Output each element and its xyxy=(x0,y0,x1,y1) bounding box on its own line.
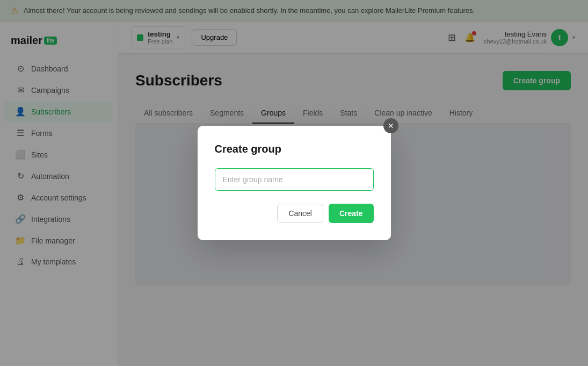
modal-title: Create group xyxy=(215,143,374,155)
modal-overlay[interactable]: ✕ Create group Cancel Create xyxy=(0,0,588,366)
create-group-modal: ✕ Create group Cancel Create xyxy=(198,126,391,240)
modal-create-button[interactable]: Create xyxy=(329,204,374,223)
modal-actions: Cancel Create xyxy=(215,204,374,223)
modal-close-button[interactable]: ✕ xyxy=(383,118,398,133)
cancel-button[interactable]: Cancel xyxy=(277,204,323,223)
group-name-input[interactable] xyxy=(215,168,374,191)
